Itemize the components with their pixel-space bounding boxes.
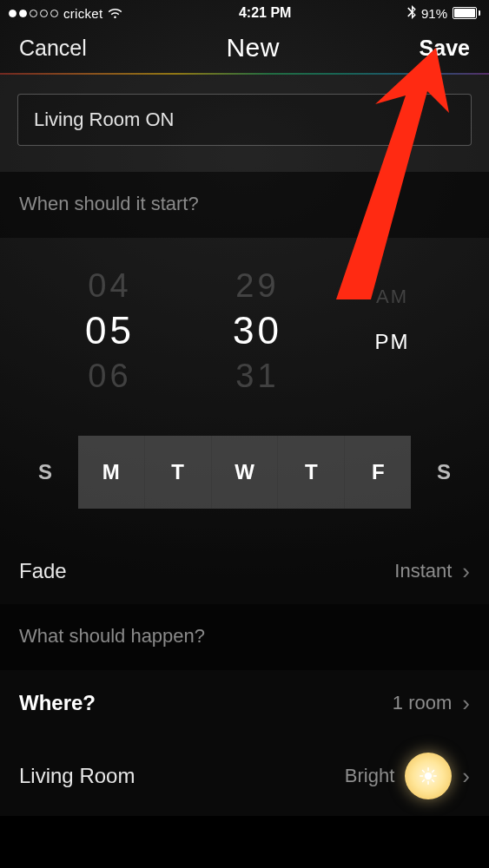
carrier-label: cricket <box>63 6 102 21</box>
day-toggle-0[interactable]: S <box>12 436 78 509</box>
room-label: Living Room <box>19 764 135 788</box>
ampm-selected: PM <box>375 319 410 365</box>
wifi-icon <box>108 8 122 19</box>
hour-next: 06 <box>88 353 131 398</box>
room-row[interactable]: Living Room Bright <box>0 736 489 816</box>
battery-fill <box>454 9 475 17</box>
section-header-start: When should it start? <box>0 172 489 238</box>
where-row[interactable]: Where? 1 room › <box>0 670 489 736</box>
where-value: 1 room <box>393 692 452 714</box>
day-selector: SMTWTFS <box>12 436 477 509</box>
svg-line-7 <box>423 780 425 782</box>
day-toggle-1[interactable]: M <box>78 436 144 509</box>
day-toggle-3[interactable]: W <box>211 436 278 509</box>
hour-column[interactable]: 04 05 06 <box>63 263 158 398</box>
routine-name-input[interactable] <box>17 94 472 146</box>
status-clock: 4:21 PM <box>239 5 291 21</box>
ampm-column[interactable]: AM PM <box>358 274 427 410</box>
day-toggle-2[interactable]: T <box>144 436 211 509</box>
bluetooth-icon <box>407 5 416 22</box>
time-picker[interactable]: 04 05 06 29 30 31 AM PM SMTWTFS <box>0 238 489 538</box>
fade-label: Fade <box>19 559 67 583</box>
minute-next: 31 <box>235 353 279 398</box>
chevron-right-icon: › <box>462 763 470 790</box>
svg-line-8 <box>433 770 434 772</box>
battery-percentage: 91% <box>421 6 447 21</box>
hour-prev: 04 <box>88 263 131 308</box>
cellular-signal-icon <box>9 10 58 17</box>
svg-line-6 <box>433 780 434 782</box>
page-title: New <box>226 33 280 62</box>
fade-row[interactable]: Fade Instant › <box>0 538 489 604</box>
day-toggle-5[interactable]: F <box>344 436 411 509</box>
minute-column[interactable]: 29 30 31 <box>210 263 306 398</box>
day-toggle-6[interactable]: S <box>411 436 477 509</box>
divider-rainbow <box>0 73 489 75</box>
ampm-prev: AM <box>376 274 408 319</box>
chevron-right-icon: › <box>462 690 470 717</box>
minute-selected: 30 <box>233 308 282 353</box>
svg-point-0 <box>425 773 432 779</box>
fade-value: Instant <box>394 560 452 582</box>
brightness-icon <box>405 753 452 799</box>
save-button[interactable]: Save <box>420 36 470 61</box>
room-value: Bright <box>345 765 394 787</box>
day-toggle-4[interactable]: T <box>277 436 344 509</box>
status-bar: cricket 4:21 PM 91% <box>0 0 489 23</box>
hour-selected: 05 <box>85 308 135 353</box>
minute-prev: 29 <box>235 263 279 308</box>
where-label: Where? <box>19 691 96 715</box>
section-header-happen: What should happen? <box>0 604 489 670</box>
cancel-button[interactable]: Cancel <box>19 36 87 61</box>
chevron-right-icon: › <box>462 558 470 585</box>
svg-line-5 <box>423 770 425 772</box>
battery-icon <box>453 7 480 19</box>
name-section <box>0 75 489 172</box>
nav-bar: Cancel New Save <box>0 23 489 73</box>
